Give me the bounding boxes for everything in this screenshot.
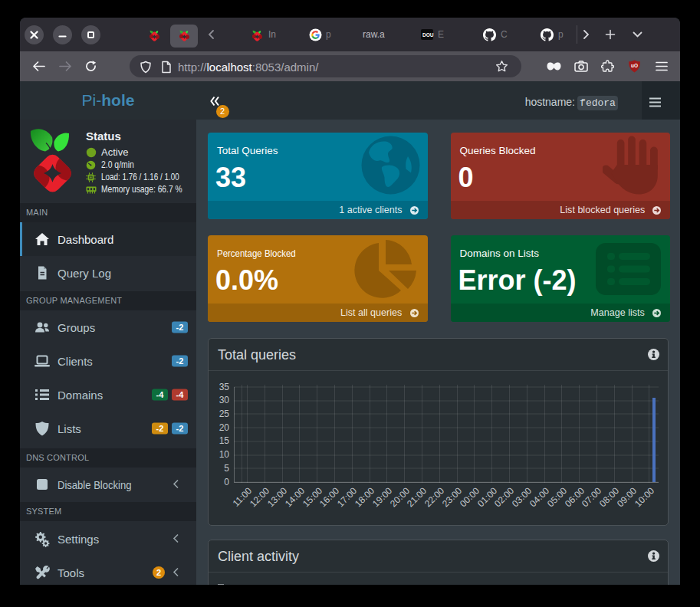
- svg-text:uO: uO: [631, 63, 638, 68]
